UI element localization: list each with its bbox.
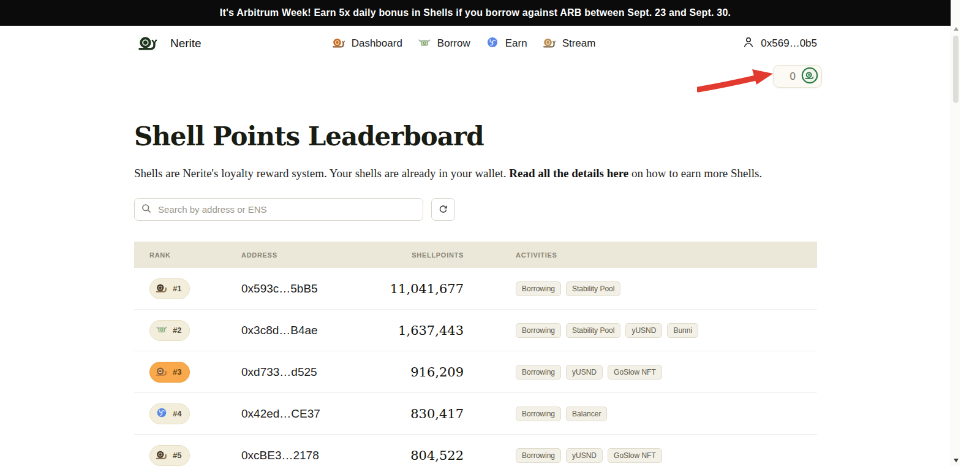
- shell-points-value: 0: [790, 71, 796, 83]
- table-row[interactable]: #4 0x42ed…CE37 830,417 Borrowing Balance…: [134, 393, 817, 435]
- activity-tag: GoSlow NFT: [608, 365, 662, 380]
- search-icon: [141, 203, 152, 216]
- leaderboard-table: RANK ADDRESS SHELLPOINTS ACTIVITIES #1 0…: [134, 242, 817, 466]
- snail-icon: [543, 36, 556, 52]
- dark-snail-icon: [156, 448, 168, 462]
- subtitle-text: Shells are Nerite's loyalty reward syste…: [134, 167, 509, 180]
- nav-item-borrow[interactable]: Borrow: [418, 36, 470, 52]
- activities-cell: Borrowing yUSND GoSlow NFT: [464, 365, 817, 380]
- search-input[interactable]: [157, 204, 417, 215]
- nav-item-label: Stream: [562, 37, 596, 50]
- subtitle-tail: on how to earn more Shells.: [628, 167, 762, 180]
- activities-cell: Borrowing yUSND GoSlow NFT: [464, 448, 817, 463]
- details-link[interactable]: Read all the details here: [509, 167, 628, 180]
- blue-spiral-shell-icon: [156, 407, 168, 421]
- table-row[interactable]: #2 0x3c8d…B4ae 1,637,443 Borrowing Stabi…: [134, 310, 817, 351]
- address-cell: 0x42ed…CE37: [241, 407, 382, 421]
- header-rank: RANK: [149, 251, 241, 259]
- nav-item-stream[interactable]: Stream: [543, 36, 596, 52]
- nav-item-earn[interactable]: Earn: [486, 36, 527, 52]
- brand-logo[interactable]: Nerite: [134, 32, 202, 55]
- activity-tag: Borrowing: [516, 407, 561, 421]
- activity-tag: GoSlow NFT: [608, 448, 662, 463]
- table-row[interactable]: #1 0x593c…5bB5 11,041,677 Borrowing Stab…: [134, 268, 817, 310]
- shellpoints-cell: 1,637,443: [382, 323, 464, 338]
- promo-banner: It's Arbitrum Week! Earn 5x daily bonus …: [0, 0, 951, 26]
- brand-name: Nerite: [170, 37, 202, 50]
- refresh-button[interactable]: [431, 198, 455, 221]
- scrollbar-thumb[interactable]: [953, 36, 959, 103]
- top-navigation: Nerite Dashboard: [0, 26, 951, 61]
- rank-badge: #2: [149, 320, 190, 341]
- shellpoints-cell: 804,522: [382, 448, 464, 463]
- address-cell: 0xd733…d525: [241, 365, 382, 379]
- scroll-down-arrow-icon[interactable]: [954, 459, 959, 462]
- snail-icon: [332, 36, 345, 52]
- activity-tag: Stability Pool: [566, 281, 620, 296]
- promo-banner-text: It's Arbitrum Week! Earn 5x daily bonus …: [220, 7, 731, 18]
- main-content: Shell Points Leaderboard Shells are Neri…: [134, 123, 817, 466]
- rank-badge: #3: [149, 362, 190, 383]
- activity-tag: Stability Pool: [566, 323, 620, 338]
- table-row[interactable]: #3 0xd733…d525 916,209 Borrowing yUSND G…: [134, 351, 817, 393]
- money-wings-icon: [418, 36, 431, 52]
- rank-label: #4: [173, 409, 181, 418]
- address-cell: 0x3c8d…B4ae: [241, 324, 382, 337]
- shell-points-counter[interactable]: 0: [773, 65, 822, 88]
- person-icon: [742, 36, 755, 52]
- page-title: Shell Points Leaderboard: [134, 123, 817, 150]
- dark-snail-icon: [156, 281, 168, 296]
- activity-tag: Borrowing: [516, 365, 561, 380]
- activity-tag: yUSND: [566, 365, 603, 380]
- shell-coin-icon: [801, 67, 818, 86]
- nav-menu: Dashboard Borrow Earn: [332, 36, 596, 52]
- rank-badge: #5: [149, 445, 190, 466]
- table-header-row: RANK ADDRESS SHELLPOINTS ACTIVITIES: [134, 242, 817, 268]
- activities-cell: Borrowing Stability Pool yUSND Bunni: [464, 323, 817, 338]
- activity-tag: Borrowing: [516, 323, 561, 338]
- activities-cell: Borrowing Stability Pool: [464, 281, 817, 296]
- search-row: [134, 198, 817, 221]
- rank-label: #3: [173, 367, 181, 376]
- wallet-account-button[interactable]: 0x569…0b5: [742, 36, 817, 52]
- address-cell: 0xcBE3…2178: [241, 449, 382, 462]
- rank-badge: #4: [149, 403, 190, 424]
- activity-tag: Borrowing: [516, 281, 561, 296]
- activity-tag: yUSND: [625, 323, 662, 338]
- address-cell: 0x593c…5bB5: [241, 282, 382, 296]
- rank-label: #1: [173, 284, 181, 293]
- header-shellpoints: SHELLPOINTS: [382, 251, 464, 259]
- table-row[interactable]: #5 0xcBE3…2178 804,522 Borrowing yUSND G…: [134, 435, 817, 466]
- page-subtitle: Shells are Nerite's loyalty reward syste…: [134, 167, 817, 180]
- header-address: ADDRESS: [241, 251, 382, 259]
- wallet-address: 0x569…0b5: [761, 37, 817, 50]
- snail-icon: [156, 365, 168, 379]
- scroll-up-arrow-icon[interactable]: [954, 27, 959, 31]
- nav-item-dashboard[interactable]: Dashboard: [332, 36, 402, 52]
- nerite-snail-logo-icon: [134, 32, 161, 55]
- shellpoints-cell: 916,209: [382, 365, 464, 380]
- activity-tag: Balancer: [566, 407, 607, 421]
- nav-item-label: Dashboard: [352, 37, 402, 50]
- search-box: [134, 198, 423, 221]
- money-wings-icon: [156, 323, 168, 337]
- red-arrow-annotation: [697, 66, 774, 97]
- activities-cell: Borrowing Balancer: [464, 407, 817, 421]
- activity-tag: yUSND: [566, 448, 603, 463]
- shellpoints-cell: 830,417: [382, 407, 464, 421]
- shellpoints-cell: 11,041,677: [382, 281, 464, 296]
- rank-label: #5: [173, 451, 181, 460]
- nav-item-label: Earn: [505, 37, 527, 50]
- vertical-scrollbar[interactable]: [951, 0, 960, 466]
- nav-item-label: Borrow: [437, 37, 470, 50]
- rank-badge: #1: [149, 278, 190, 299]
- activity-tag: Bunni: [667, 323, 698, 338]
- header-activities: ACTIVITIES: [464, 251, 817, 259]
- blue-spiral-shell-icon: [486, 36, 499, 52]
- rank-label: #2: [173, 326, 181, 335]
- activity-tag: Borrowing: [516, 448, 561, 463]
- refresh-icon: [438, 204, 448, 216]
